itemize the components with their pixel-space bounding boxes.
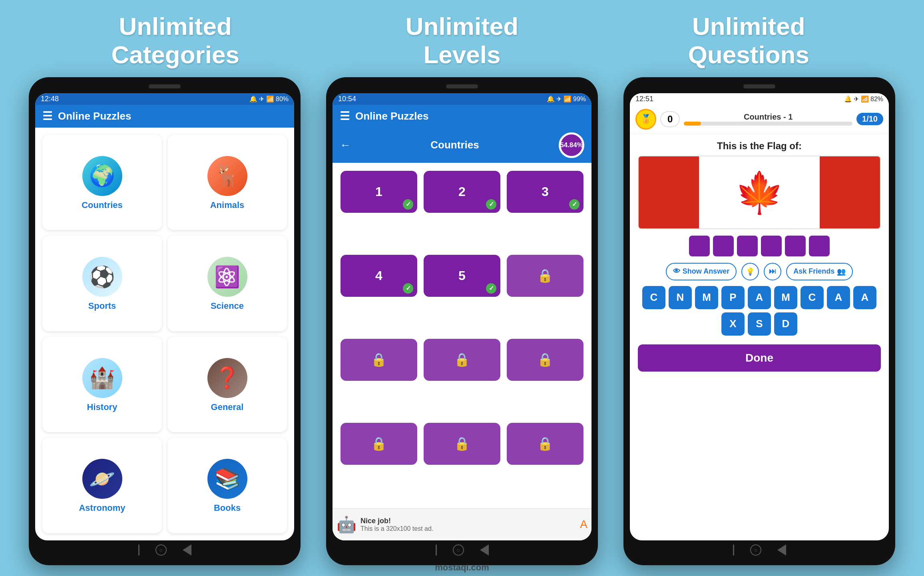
quiz-question: This is the Flag of: bbox=[630, 134, 889, 156]
nav-home-2[interactable]: ○ bbox=[453, 544, 464, 556]
back-arrow-icon[interactable]: ← bbox=[340, 139, 351, 152]
levels-header: ← Countries 54.84% bbox=[333, 128, 591, 163]
level-8: 🔒 bbox=[424, 339, 500, 381]
status-icons-right-2: 🔔 ✈ 📶 99% bbox=[547, 95, 586, 103]
show-answer-button[interactable]: 👁 Show Answer bbox=[666, 263, 737, 280]
lock-icon-12: 🔒 bbox=[537, 436, 553, 451]
level-1-label: 1 bbox=[375, 184, 382, 199]
action-btns: 👁 Show Answer 💡 ⏭ Ask Friends 👥 bbox=[630, 263, 889, 286]
status-icons-3: 🔔 ✈ 📶 82% bbox=[844, 95, 883, 103]
app-title-1: Online Puzzles bbox=[58, 110, 131, 122]
phone-nav-bar-1: ○ bbox=[35, 540, 294, 558]
status-time-3: 12:51 bbox=[635, 95, 653, 103]
progress-pct: 54.84% bbox=[560, 141, 583, 149]
hint-button[interactable]: 💡 bbox=[741, 263, 759, 280]
level-4[interactable]: 4 bbox=[341, 255, 417, 297]
phone-3: 12:51 🔔 ✈ 📶 82% 🏅 0 Countries - 1 1/10 T… bbox=[623, 77, 895, 565]
sports-icon: ⚽ bbox=[82, 257, 122, 297]
hamburger-icon-1[interactable]: ☰ bbox=[42, 110, 52, 123]
level-3[interactable]: 3 bbox=[507, 171, 583, 213]
key-A3[interactable]: A bbox=[853, 286, 876, 309]
nav-home-1[interactable]: ○ bbox=[155, 544, 167, 556]
answer-box-1[interactable] bbox=[689, 236, 710, 256]
status-icons-right-3: 🔔 ✈ 📶 82% bbox=[844, 95, 883, 103]
lightbulb-icon: 💡 bbox=[746, 267, 755, 276]
ad-sub: This is a 320x100 test ad. bbox=[360, 525, 433, 532]
quiz-title-bar: Countries - 1 bbox=[684, 112, 852, 126]
category-general[interactable]: ❓ General bbox=[167, 337, 287, 432]
category-astronomy[interactable]: 🪐 Astronomy bbox=[42, 438, 162, 533]
done-button[interactable]: Done bbox=[638, 344, 881, 372]
phone-speaker-2 bbox=[446, 84, 478, 88]
key-A1[interactable]: A bbox=[748, 286, 771, 309]
category-countries[interactable]: 🌍 Countries bbox=[42, 135, 162, 230]
nav-back-2[interactable] bbox=[480, 544, 489, 556]
app-title-2: Online Puzzles bbox=[355, 110, 429, 122]
status-icons-1: 🔔 ✈ 📶 80% bbox=[249, 95, 289, 103]
books-label: Books bbox=[214, 503, 241, 513]
countries-label: Countries bbox=[82, 200, 123, 210]
answer-box-3[interactable] bbox=[737, 236, 758, 256]
app-bar-2: ☰ Online Puzzles bbox=[333, 105, 591, 128]
category-history[interactable]: 🏰 History bbox=[42, 337, 162, 432]
nav-back-1[interactable] bbox=[183, 544, 191, 556]
level-2[interactable]: 2 bbox=[424, 171, 500, 213]
friends-icon: 👥 bbox=[837, 267, 846, 276]
key-P[interactable]: P bbox=[721, 286, 745, 309]
phone-2: 10:54 🔔 ✈ 📶 99% ☰ Online Puzzles ← Count… bbox=[326, 77, 598, 565]
answer-box-6[interactable] bbox=[809, 236, 830, 256]
ad-text: Nice job! bbox=[360, 517, 433, 525]
forward-icon: ⏭ bbox=[769, 267, 776, 276]
level-1[interactable]: 1 bbox=[341, 171, 417, 213]
nav-line-1 bbox=[138, 544, 139, 556]
category-books[interactable]: 📚 Books bbox=[167, 438, 287, 533]
hamburger-icon-2[interactable]: ☰ bbox=[340, 110, 350, 123]
answer-box-2[interactable] bbox=[713, 236, 734, 256]
key-D[interactable]: D bbox=[774, 312, 797, 336]
status-icons-2: 🔔 ✈ 📶 99% bbox=[547, 95, 586, 103]
lock-icon-6: 🔒 bbox=[537, 268, 553, 283]
astronomy-icon: 🪐 bbox=[82, 459, 122, 499]
category-animals[interactable]: 🦌 Animals bbox=[167, 135, 287, 230]
eye-icon: 👁 bbox=[673, 267, 680, 276]
nav-home-3[interactable]: ○ bbox=[750, 544, 761, 556]
header-row: UnlimitedCategories UnlimitedLevels Unli… bbox=[0, 0, 924, 77]
key-N[interactable]: N bbox=[669, 286, 692, 309]
animals-icon: 🦌 bbox=[207, 156, 247, 196]
key-X[interactable]: X bbox=[721, 312, 745, 336]
science-label: Science bbox=[211, 301, 244, 311]
nav-back-3[interactable] bbox=[777, 544, 786, 556]
show-answer-label: Show Answer bbox=[683, 267, 729, 276]
canada-flag: 🍁 bbox=[639, 156, 880, 228]
category-science[interactable]: ⚛️ Science bbox=[167, 236, 287, 331]
level-5-label: 5 bbox=[458, 268, 466, 283]
skip-button[interactable]: ⏭ bbox=[764, 263, 781, 280]
answer-box-5[interactable] bbox=[785, 236, 806, 256]
key-A2[interactable]: A bbox=[827, 286, 850, 309]
key-M2[interactable]: M bbox=[774, 286, 797, 309]
key-S[interactable]: S bbox=[748, 312, 771, 336]
score-badge: 🏅 bbox=[635, 109, 656, 130]
books-icon: 📚 bbox=[207, 459, 247, 499]
level-10: 🔒 bbox=[341, 423, 417, 465]
category-sports[interactable]: ⚽ Sports bbox=[42, 236, 162, 331]
history-icon: 🏰 bbox=[82, 358, 122, 398]
lock-icon-10: 🔒 bbox=[371, 436, 387, 451]
status-bar-1: 12:48 🔔 ✈ 📶 80% bbox=[35, 93, 294, 105]
astronomy-label: Astronomy bbox=[79, 503, 125, 513]
key-M[interactable]: M bbox=[695, 286, 718, 309]
level-5[interactable]: 5 bbox=[424, 255, 500, 297]
level-2-label: 2 bbox=[458, 184, 466, 199]
answer-box-4[interactable] bbox=[761, 236, 782, 256]
quiz-top-bar: 🏅 0 Countries - 1 1/10 bbox=[630, 105, 889, 134]
letter-row-2: X S D bbox=[635, 312, 883, 336]
nav-line-3 bbox=[733, 544, 734, 556]
level-9: 🔒 bbox=[507, 339, 583, 381]
key-C2[interactable]: C bbox=[801, 286, 824, 309]
key-C[interactable]: C bbox=[642, 286, 665, 309]
general-label: General bbox=[211, 402, 244, 412]
phone-screen-1: 12:48 🔔 ✈ 📶 80% ☰ Online Puzzles 🌍 Count… bbox=[35, 93, 294, 540]
quiz-progress-fill bbox=[684, 122, 701, 126]
status-icons-right-1: 🔔 ✈ 📶 80% bbox=[249, 95, 289, 103]
ask-friends-button[interactable]: Ask Friends 👥 bbox=[786, 263, 853, 280]
